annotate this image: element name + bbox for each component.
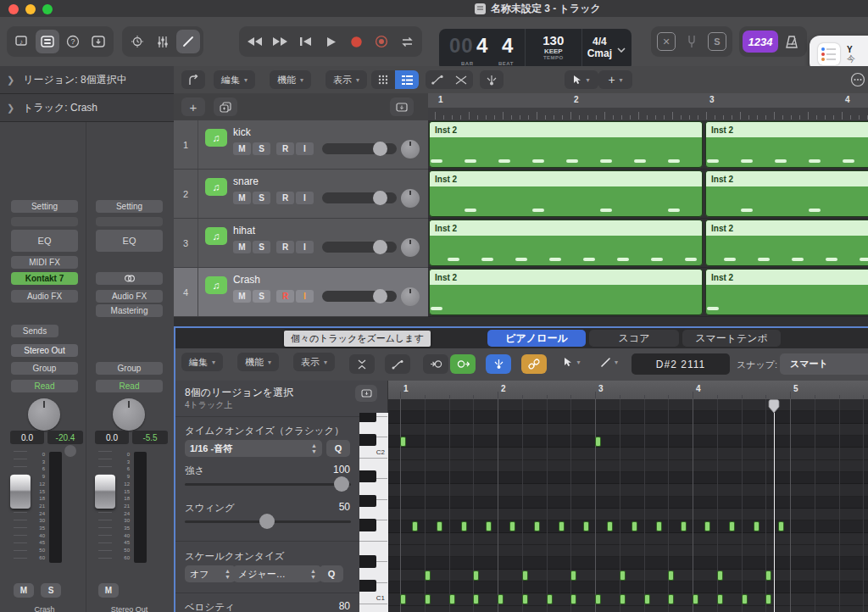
lcd-display[interactable]: 00 4 4 BAR BEAT 130 KEEP TEMPO 4/4 Cmaj: [439, 29, 632, 71]
group-slot[interactable]: Group: [11, 362, 78, 375]
crossfade-icon[interactable]: [449, 70, 473, 89]
input-monitor-button[interactable]: I: [296, 142, 314, 155]
midi-note[interactable]: [522, 594, 528, 604]
tab-score[interactable]: スコア: [589, 330, 679, 347]
black-key[interactable]: [359, 519, 376, 531]
list-view-icon[interactable]: [395, 70, 419, 89]
edit-menu[interactable]: 編集▾: [181, 353, 223, 371]
midi-note[interactable]: [509, 521, 515, 531]
snap-dropdown[interactable]: スマート: [780, 353, 868, 375]
midi-note[interactable]: [765, 570, 771, 581]
edit-menu[interactable]: 編集▾: [214, 70, 255, 89]
link-icon[interactable]: [521, 354, 547, 374]
track-volume-slider[interactable]: [322, 242, 397, 253]
mute-button[interactable]: M: [233, 192, 251, 204]
midi-region[interactable]: Inst 2: [705, 170, 868, 217]
track-header-snare[interactable]: 2♫snareMSRI: [174, 170, 428, 219]
midi-note[interactable]: [620, 594, 626, 604]
midi-note[interactable]: [668, 570, 674, 581]
quantize-apply-button[interactable]: Q: [326, 440, 350, 457]
group-slot[interactable]: Group: [96, 362, 163, 375]
midi-note[interactable]: [425, 570, 431, 581]
track-pan-knob[interactable]: [401, 287, 420, 306]
black-key[interactable]: [359, 470, 376, 482]
pan-knob[interactable]: [28, 398, 60, 431]
midi-region[interactable]: Inst 2: [705, 121, 868, 168]
input-monitor-button[interactable]: I: [296, 241, 314, 253]
track-volume-slider[interactable]: [322, 291, 397, 302]
midi-in-icon[interactable]: [423, 354, 448, 374]
track-pan-knob[interactable]: [401, 238, 420, 257]
solo-button[interactable]: S: [253, 290, 270, 303]
duplicate-track-icon[interactable]: [214, 97, 237, 116]
midi-note[interactable]: [754, 521, 760, 531]
midi-note[interactable]: [559, 521, 565, 531]
midi-note[interactable]: [412, 521, 418, 531]
editor-panel-config-icon[interactable]: [355, 385, 377, 402]
midi-region[interactable]: Inst 2: [429, 269, 703, 315]
track-volume-knob[interactable]: [373, 240, 387, 254]
browser-icon[interactable]: [86, 30, 110, 53]
midi-region[interactable]: Inst 2: [705, 220, 868, 266]
solo-button[interactable]: S: [253, 241, 270, 253]
input-monitor-button[interactable]: I: [296, 192, 314, 204]
gain-slot[interactable]: [11, 217, 78, 226]
master-mute-icon[interactable]: ✕: [654, 30, 678, 53]
midi-note[interactable]: [547, 594, 553, 604]
pointer-tool[interactable]: ▾: [555, 353, 589, 371]
mute-button[interactable]: M: [233, 290, 251, 303]
tab-piano-roll[interactable]: ピアノロール: [487, 330, 586, 347]
playhead-marker[interactable]: [768, 399, 780, 414]
send-knob[interactable]: [64, 445, 76, 457]
track-lane-hihat[interactable]: Inst 2Inst 2: [428, 219, 868, 268]
midi-note[interactable]: [717, 570, 723, 581]
automation-mode-button[interactable]: Read: [11, 380, 78, 392]
midi-note[interactable]: [656, 521, 662, 531]
channel-setting-button[interactable]: Setting: [11, 200, 78, 213]
track-volume-knob[interactable]: [373, 289, 387, 303]
midi-note[interactable]: [717, 594, 723, 604]
piano-roll-grid[interactable]: [388, 399, 868, 612]
swing-value[interactable]: 50: [303, 501, 350, 513]
library-icon[interactable]: ♪: [10, 30, 34, 53]
scale-quantize-apply-button[interactable]: Q: [320, 565, 343, 582]
midi-note[interactable]: [632, 521, 637, 531]
track-name[interactable]: hihat: [233, 225, 255, 236]
black-key[interactable]: [359, 555, 376, 567]
track-header-Crash[interactable]: 4♫CrashMSRI: [174, 268, 428, 317]
midi-note[interactable]: [400, 594, 406, 604]
mute-button[interactable]: M: [233, 241, 251, 253]
midi-note[interactable]: [704, 521, 710, 531]
piano-keyboard[interactable]: C1C2: [359, 413, 388, 612]
mute-button[interactable]: M: [14, 583, 34, 598]
midi-note[interactable]: [595, 594, 601, 604]
track-volume-slider[interactable]: [322, 143, 397, 154]
rewind-button[interactable]: [242, 30, 266, 53]
black-key[interactable]: [359, 580, 376, 592]
eq-slot[interactable]: EQ: [11, 230, 78, 252]
midi-note[interactable]: [742, 594, 748, 604]
scale-mode-dropdown[interactable]: メジャー…▲▼: [233, 565, 321, 582]
midi-note[interactable]: [620, 570, 626, 581]
midi-note[interactable]: [607, 521, 613, 531]
control-bar-display-icon[interactable]: [125, 30, 149, 53]
close-window-button[interactable]: [8, 4, 19, 14]
midi-note[interactable]: [486, 521, 492, 531]
swing-slider-knob[interactable]: [259, 514, 275, 529]
strength-slider[interactable]: [185, 483, 351, 486]
volume-fader[interactable]: [95, 475, 115, 509]
audio-fx-slot[interactable]: Audio FX: [11, 290, 78, 303]
minimize-window-button[interactable]: [25, 4, 36, 14]
count-in-button[interactable]: 1234: [743, 31, 778, 53]
solo-button[interactable]: S: [41, 583, 61, 598]
channel-setting-button[interactable]: Setting: [96, 200, 163, 213]
midi-region[interactable]: Inst 2: [429, 170, 703, 217]
view-menu[interactable]: 表示▾: [293, 353, 335, 371]
volume-fader[interactable]: [10, 475, 31, 509]
view-menu[interactable]: 表示▾: [326, 70, 367, 89]
gain-slot[interactable]: [96, 217, 163, 226]
pan-knob[interactable]: [113, 398, 145, 431]
black-key[interactable]: [359, 413, 376, 422]
midi-note[interactable]: [461, 521, 467, 531]
grid-view-icon[interactable]: [371, 70, 395, 89]
